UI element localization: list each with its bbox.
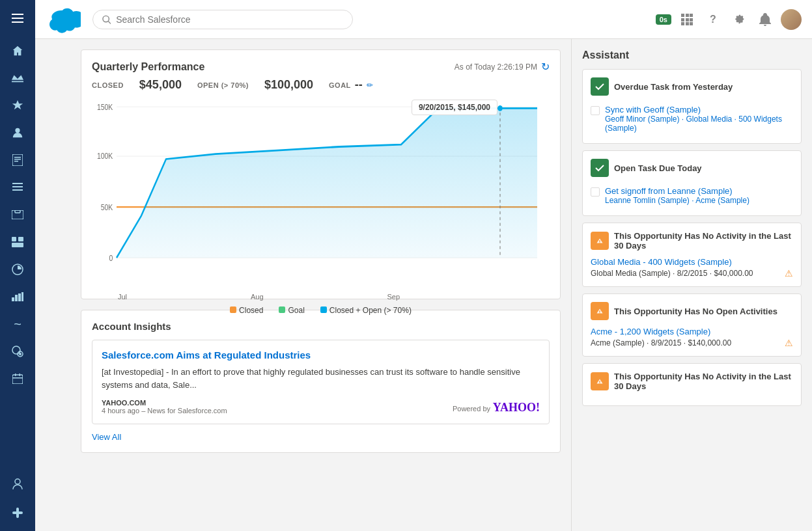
chatter-icon[interactable] xyxy=(5,338,31,364)
task-link-leanne[interactable]: Get signoff from Leanne (Sample) xyxy=(605,186,749,196)
news-meta: 4 hours ago – News for Salesforce.com xyxy=(102,407,227,415)
search-input[interactable] xyxy=(116,14,343,25)
svg-rect-57 xyxy=(599,310,600,312)
star-icon[interactable] xyxy=(5,92,31,118)
analytics-icon[interactable] xyxy=(5,284,31,310)
wave-icon[interactable]: ~ xyxy=(5,311,31,337)
goal-edit-icon[interactable]: ✏ xyxy=(367,81,373,90)
assistant-card-no-open-activities: This Opportunity Has No Open Activities … xyxy=(582,293,802,357)
header: 0s ? xyxy=(35,0,812,39)
svg-rect-35 xyxy=(690,14,693,17)
no-activity-header-1: This Opportunity Has No Activity in the … xyxy=(591,231,793,251)
svg-point-28 xyxy=(15,479,20,484)
no-activity-header-2: This Opportunity Has No Activity in the … xyxy=(591,372,793,391)
x-label-sep: Sep xyxy=(387,293,400,301)
cases-icon[interactable] xyxy=(5,202,31,228)
svg-rect-25 xyxy=(12,377,23,379)
news-card: Salesforce.com Aims at Regulated Industr… xyxy=(92,340,550,424)
view-all-link[interactable]: View All xyxy=(92,432,550,442)
dashboard-icon[interactable] xyxy=(5,229,31,255)
svg-rect-0 xyxy=(12,14,23,15)
svg-point-3 xyxy=(15,128,20,133)
home-icon[interactable] xyxy=(5,38,31,64)
task-detail-leanne: Leanne Tomlin (Sample) · Acme (Sample) xyxy=(605,196,749,205)
insights-title: Account Insights xyxy=(92,321,550,332)
news-source: YAHOO.COM xyxy=(102,399,227,407)
svg-rect-24 xyxy=(12,375,23,384)
chart-header: Quarterly Performance As of Today 2:26:1… xyxy=(92,61,550,73)
reports-icon[interactable] xyxy=(5,256,31,282)
opp-meta-acme: Acme (Sample) · 8/9/2015 · $140,000.00 ⚠ xyxy=(591,338,793,348)
list-icon[interactable] xyxy=(5,174,31,200)
salesforce-logo xyxy=(46,4,85,35)
notes-icon[interactable] xyxy=(5,147,31,173)
overdue-icon xyxy=(591,77,609,96)
task-item-geoff: Sync with Geoff (Sample) Geoff Minor (Sa… xyxy=(591,102,793,135)
svg-rect-20 xyxy=(21,292,23,301)
task-detail-geoff: Geoff Minor (Sample) · Global Media · 50… xyxy=(605,115,793,133)
news-headline-link[interactable]: Salesforce.com Aims at Regulated Industr… xyxy=(102,349,540,361)
svg-point-31 xyxy=(103,16,109,21)
opp-link-globalmedia[interactable]: Global Media - 400 Widgets (Sample) xyxy=(591,257,793,267)
settings-icon[interactable] xyxy=(5,500,31,526)
svg-rect-17 xyxy=(12,297,14,301)
x-label-jul: Jul xyxy=(118,293,127,301)
crown-icon[interactable] xyxy=(5,65,31,91)
no-activity-title-2: This Opportunity Has No Activity in the … xyxy=(614,372,793,391)
powered-by-block: Powered by YAHOO! xyxy=(453,401,540,415)
svg-rect-27 xyxy=(20,374,21,376)
menu-icon[interactable] xyxy=(5,5,31,31)
no-activity-icon-1 xyxy=(591,232,609,250)
opp-meta-globalmedia: Global Media (Sample) · 8/2/2015 · $40,0… xyxy=(591,268,793,279)
svg-rect-9 xyxy=(12,186,23,187)
calendar-icon[interactable] xyxy=(5,366,31,392)
chart-metrics-row: CLOSED $45,000 OPEN (> 70%) $100,000 GOA… xyxy=(92,78,550,92)
task-checkbox-leanne[interactable] xyxy=(591,187,600,197)
assistant-card-no-activity-2: This Opportunity Has No Activity in the … xyxy=(582,363,802,406)
svg-rect-26 xyxy=(15,374,16,376)
svg-text:100K: 100K xyxy=(97,152,113,161)
yahoo-logo: YAHOO! xyxy=(493,401,540,414)
contacts-icon[interactable] xyxy=(5,120,31,146)
svg-line-32 xyxy=(108,21,111,23)
apps-icon[interactable] xyxy=(677,9,697,30)
svg-point-58 xyxy=(599,312,600,313)
opp-link-acme[interactable]: Acme - 1,200 Widgets (Sample) xyxy=(591,327,793,336)
setup-icon[interactable] xyxy=(729,9,749,30)
svg-rect-34 xyxy=(686,14,689,17)
assistant-card-open-task: Open Task Due Today Get signoff from Lea… xyxy=(582,150,802,216)
right-panel: Assistant Overdue Task from Yesterday Sy… xyxy=(571,39,812,531)
goal-area: GOAL -- ✏ xyxy=(329,78,373,92)
search-bar[interactable] xyxy=(92,10,353,29)
profile-icon[interactable] xyxy=(5,471,31,497)
closed-dot xyxy=(230,306,236,313)
refresh-button[interactable]: ↻ xyxy=(541,61,550,73)
svg-rect-41 xyxy=(690,22,693,25)
svg-text:50K: 50K xyxy=(101,203,113,211)
open-task-icon xyxy=(591,159,609,177)
svg-rect-38 xyxy=(690,18,693,21)
open-task-card-title: Open Task Due Today xyxy=(614,163,702,173)
svg-rect-10 xyxy=(12,189,23,191)
svg-text:150K: 150K xyxy=(97,103,113,111)
chart-title: Quarterly Performance xyxy=(92,61,204,73)
svg-rect-33 xyxy=(681,14,684,17)
search-icon xyxy=(102,15,111,24)
svg-rect-19 xyxy=(18,293,21,301)
avatar[interactable] xyxy=(781,9,802,30)
svg-rect-11 xyxy=(12,210,23,219)
svg-rect-36 xyxy=(681,18,684,21)
svg-rect-30 xyxy=(12,511,23,514)
svg-rect-5 xyxy=(14,157,21,158)
quarterly-performance-card: Quarterly Performance As of Today 2:26:1… xyxy=(81,49,561,299)
help-icon[interactable]: ? xyxy=(703,9,723,30)
svg-rect-14 xyxy=(18,237,23,241)
main-layout: Quarterly Performance As of Today 2:26:1… xyxy=(70,39,812,531)
svg-rect-40 xyxy=(686,22,689,25)
closed-value: $45,000 xyxy=(139,78,182,92)
task-link-geoff[interactable]: Sync with Geoff (Sample) xyxy=(605,105,793,115)
task-checkbox-geoff[interactable] xyxy=(591,106,600,115)
svg-text:0: 0 xyxy=(109,254,113,262)
goal-value: -- xyxy=(355,78,363,92)
notifications-icon[interactable] xyxy=(755,9,776,30)
